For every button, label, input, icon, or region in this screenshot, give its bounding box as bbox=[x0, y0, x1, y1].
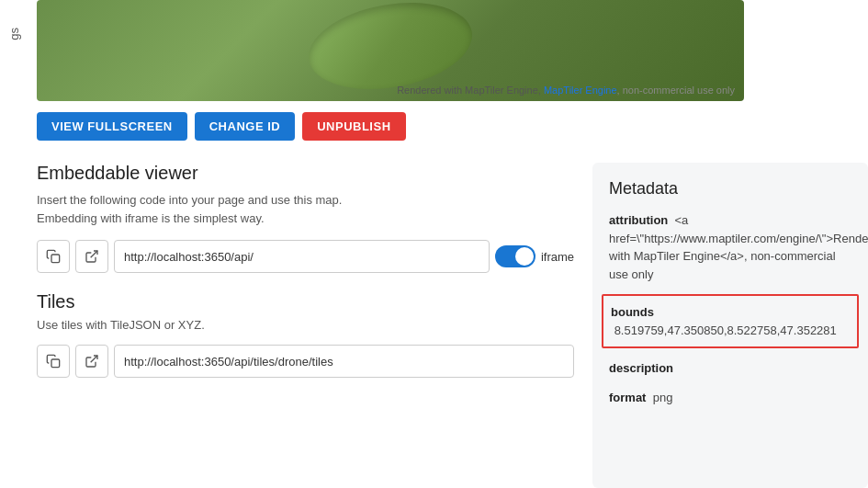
sidebar-label: gs bbox=[7, 28, 21, 40]
external-link-icon bbox=[85, 249, 99, 264]
svg-rect-0 bbox=[51, 255, 60, 263]
svg-rect-2 bbox=[51, 359, 60, 368]
metadata-panel: Metadata attribution <a href=\"https://w… bbox=[592, 163, 868, 488]
tiles-url-input[interactable] bbox=[114, 345, 574, 378]
embeddable-row: iframe bbox=[37, 240, 574, 273]
two-col-layout: Embeddable viewer Insert the following c… bbox=[37, 163, 868, 488]
attribution-row: attribution <a href=\"https://www.maptil… bbox=[609, 211, 851, 283]
rendered-note: , non-commercial use only bbox=[617, 85, 735, 96]
tiles-title: Tiles bbox=[37, 291, 574, 312]
bounds-key: bounds bbox=[611, 305, 654, 319]
tiles-external-link-button[interactable] bbox=[75, 345, 108, 378]
tiles-copy-icon-button[interactable] bbox=[37, 345, 70, 378]
bounds-row: bounds 8.519759,47.350850,8.522758,47.35… bbox=[602, 294, 859, 348]
sidebar: gs bbox=[0, 0, 28, 488]
tiles-copy-icon bbox=[46, 354, 61, 369]
rendered-link: MapTiler Engine bbox=[544, 85, 617, 96]
copy-icon-button[interactable] bbox=[37, 240, 70, 273]
metadata-title: Metadata bbox=[609, 179, 851, 199]
svg-line-1 bbox=[91, 251, 97, 257]
action-buttons: VIEW FULLSCREEN CHANGE ID UNPUBLISH bbox=[37, 112, 868, 141]
main-content: Rendered with MapTiler Engine, MapTiler … bbox=[28, 0, 868, 488]
embeddable-title: Embeddable viewer bbox=[37, 163, 574, 184]
external-link-icon-button[interactable] bbox=[75, 240, 108, 273]
embeddable-section: Embeddable viewer Insert the following c… bbox=[37, 163, 574, 273]
format-row: format png bbox=[609, 389, 851, 407]
tiles-row bbox=[37, 345, 574, 378]
embeddable-desc-2: Embedding with iframe is the simplest wa… bbox=[37, 211, 265, 225]
description-key: description bbox=[609, 361, 673, 375]
tiles-section: Tiles Use tiles with TileJSON or XYZ. bbox=[37, 291, 574, 378]
description-row: description bbox=[609, 359, 851, 378]
svg-line-3 bbox=[91, 356, 97, 362]
embed-url-input[interactable] bbox=[114, 240, 490, 273]
bounds-value-text: 8.519759,47.350850,8.522758,47.352281 bbox=[614, 323, 837, 337]
format-key: format bbox=[609, 391, 646, 404]
iframe-toggle[interactable] bbox=[495, 245, 535, 267]
map-preview: Rendered with MapTiler Engine, MapTiler … bbox=[37, 0, 744, 101]
change-id-button[interactable]: CHANGE ID bbox=[195, 112, 295, 141]
unpublish-button[interactable]: UNPUBLISH bbox=[302, 112, 405, 141]
left-column: Embeddable viewer Insert the following c… bbox=[37, 163, 574, 488]
rendered-text-prefix: Rendered with MapTiler Engine, bbox=[397, 85, 541, 96]
embeddable-desc: Insert the following code into your page… bbox=[37, 191, 574, 227]
embeddable-desc-1: Insert the following code into your page… bbox=[37, 193, 342, 207]
rendered-attribution: Rendered with MapTiler Engine, MapTiler … bbox=[397, 85, 735, 96]
tiles-external-link-icon bbox=[85, 354, 99, 369]
view-fullscreen-button[interactable]: VIEW FULLSCREEN bbox=[37, 112, 187, 141]
tiles-desc: Use tiles with TileJSON or XYZ. bbox=[37, 318, 574, 332]
bounds-value: 8.519759,47.350850,8.522758,47.352281 bbox=[611, 323, 837, 337]
embed-type-label: iframe bbox=[541, 250, 574, 264]
attribution-key: attribution bbox=[609, 213, 668, 227]
copy-icon bbox=[46, 249, 61, 264]
format-value: png bbox=[649, 391, 672, 404]
